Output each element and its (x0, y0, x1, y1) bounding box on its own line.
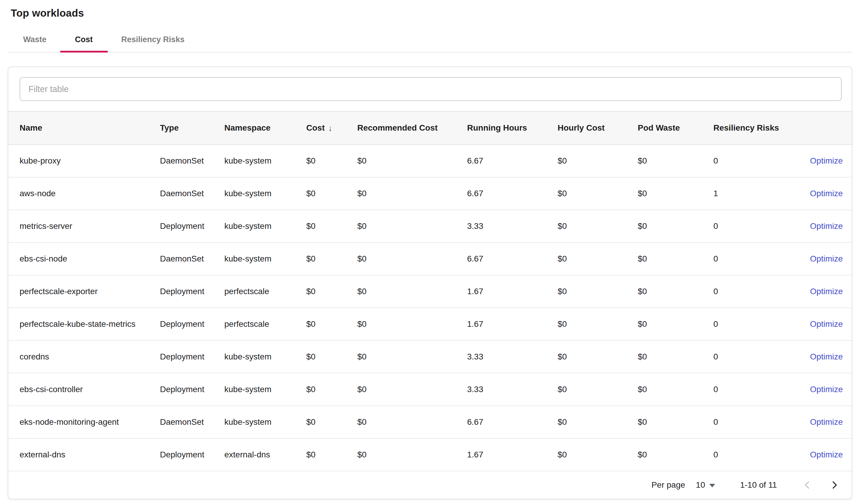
cell-running-hours: 1.67 (467, 438, 558, 471)
table-row: aws-node DaemonSet kube-system $0 $0 6.6… (8, 177, 852, 210)
cell-pod-waste: $0 (638, 406, 713, 438)
per-page-value: 10 (696, 480, 705, 490)
cell-resiliency-risks: 0 (713, 210, 802, 243)
cell-running-hours: 1.67 (467, 308, 558, 341)
optimize-link[interactable]: Optimize (810, 417, 843, 427)
cell-name: kube-proxy (8, 145, 160, 177)
cell-recommended-cost: $0 (357, 145, 467, 177)
optimize-link[interactable]: Optimize (810, 287, 843, 296)
tab-label: Cost (75, 35, 93, 44)
optimize-link[interactable]: Optimize (810, 254, 843, 263)
cell-pod-waste: $0 (638, 308, 713, 341)
cell-type: Deployment (160, 210, 224, 243)
cell-recommended-cost: $0 (357, 438, 467, 471)
tab-resiliency-risks[interactable]: Resiliency Risks (108, 28, 198, 52)
cell-type: Deployment (160, 275, 224, 308)
cell-namespace: kube-system (224, 406, 306, 438)
cell-namespace: external-dns (224, 438, 306, 471)
table-row: perfectscale-kube-state-metrics Deployme… (8, 308, 852, 341)
per-page-select[interactable]: 10 (696, 480, 715, 490)
cell-resiliency-risks: 0 (713, 341, 802, 373)
prev-page-button[interactable] (802, 478, 813, 491)
filter-input[interactable] (19, 77, 842, 101)
cell-resiliency-risks: 0 (713, 438, 802, 471)
table-body: kube-proxy DaemonSet kube-system $0 $0 6… (8, 145, 852, 471)
col-header-namespace[interactable]: Namespace (224, 111, 306, 145)
cell-running-hours: 6.67 (467, 243, 558, 275)
table-row: ebs-csi-node DaemonSet kube-system $0 $0… (8, 243, 852, 275)
per-page-label: Per page (651, 480, 685, 490)
col-header-type[interactable]: Type (160, 111, 224, 145)
workloads-table: Name Type Namespace Cost↓ Recommended Co… (8, 111, 852, 471)
cell-hourly-cost: $0 (558, 341, 638, 373)
cell-hourly-cost: $0 (558, 145, 638, 177)
cell-recommended-cost: $0 (357, 243, 467, 275)
cell-resiliency-risks: 0 (713, 243, 802, 275)
cell-type: Deployment (160, 438, 224, 471)
cell-cost: $0 (306, 438, 357, 471)
col-header-cost[interactable]: Cost↓ (306, 111, 357, 145)
col-header-pod-waste[interactable]: Pod Waste (638, 111, 713, 145)
col-header-hourly-cost[interactable]: Hourly Cost (558, 111, 638, 145)
optimize-link[interactable]: Optimize (810, 156, 843, 165)
tabs: Waste Cost Resiliency Risks (8, 28, 852, 53)
cell-resiliency-risks: 0 (713, 275, 802, 308)
cell-resiliency-risks: 0 (713, 373, 802, 406)
cell-type: Deployment (160, 308, 224, 341)
workloads-card: Name Type Namespace Cost↓ Recommended Co… (8, 67, 852, 499)
cell-pod-waste: $0 (638, 243, 713, 275)
cell-hourly-cost: $0 (558, 177, 638, 210)
cell-hourly-cost: $0 (558, 243, 638, 275)
tab-cost[interactable]: Cost (60, 28, 108, 52)
cell-running-hours: 6.67 (467, 145, 558, 177)
col-header-resiliency-risks[interactable]: Resiliency Risks (713, 111, 802, 145)
cell-name: external-dns (8, 438, 160, 471)
table-row: kube-proxy DaemonSet kube-system $0 $0 6… (8, 145, 852, 177)
pagination: Per page 10 1-10 of 11 (8, 471, 852, 499)
cell-recommended-cost: $0 (357, 275, 467, 308)
cell-resiliency-risks: 0 (713, 406, 802, 438)
cell-resiliency-risks: 1 (713, 177, 802, 210)
range-label: 1-10 of 11 (740, 480, 777, 490)
optimize-link[interactable]: Optimize (810, 450, 843, 459)
cell-namespace: kube-system (224, 210, 306, 243)
col-header-name[interactable]: Name (8, 111, 160, 145)
optimize-link[interactable]: Optimize (810, 385, 843, 394)
cell-recommended-cost: $0 (357, 210, 467, 243)
optimize-link[interactable]: Optimize (810, 352, 843, 361)
tab-waste[interactable]: Waste (10, 28, 60, 52)
cell-resiliency-risks: 0 (713, 308, 802, 341)
cell-namespace: kube-system (224, 341, 306, 373)
filter-row (8, 67, 852, 111)
cell-name: perfectscale-kube-state-metrics (8, 308, 160, 341)
tab-label: Waste (23, 35, 47, 44)
col-header-actions (802, 111, 852, 145)
page-title: Top workloads (11, 7, 852, 19)
cell-running-hours: 3.33 (467, 373, 558, 406)
cell-type: DaemonSet (160, 145, 224, 177)
sort-arrow-down-icon: ↓ (328, 124, 332, 133)
cell-namespace: kube-system (224, 243, 306, 275)
cell-hourly-cost: $0 (558, 438, 638, 471)
table-row: eks-node-monitoring-agent DaemonSet kube… (8, 406, 852, 438)
cell-running-hours: 6.67 (467, 177, 558, 210)
cell-type: DaemonSet (160, 243, 224, 275)
optimize-link[interactable]: Optimize (810, 319, 843, 329)
cell-name: coredns (8, 341, 160, 373)
cell-pod-waste: $0 (638, 177, 713, 210)
cell-pod-waste: $0 (638, 438, 713, 471)
cell-cost: $0 (306, 373, 357, 406)
cell-name: eks-node-monitoring-agent (8, 406, 160, 438)
col-header-recommended-cost[interactable]: Recommended Cost (357, 111, 467, 145)
cell-name: metrics-server (8, 210, 160, 243)
optimize-link[interactable]: Optimize (810, 189, 843, 198)
optimize-link[interactable]: Optimize (810, 221, 843, 231)
cell-namespace: kube-system (224, 177, 306, 210)
cell-hourly-cost: $0 (558, 373, 638, 406)
next-page-button[interactable] (829, 478, 840, 491)
cell-namespace: kube-system (224, 373, 306, 406)
col-header-running-hours[interactable]: Running Hours (467, 111, 558, 145)
cell-hourly-cost: $0 (558, 406, 638, 438)
cell-namespace: perfectscale (224, 275, 306, 308)
cell-name: ebs-csi-controller (8, 373, 160, 406)
